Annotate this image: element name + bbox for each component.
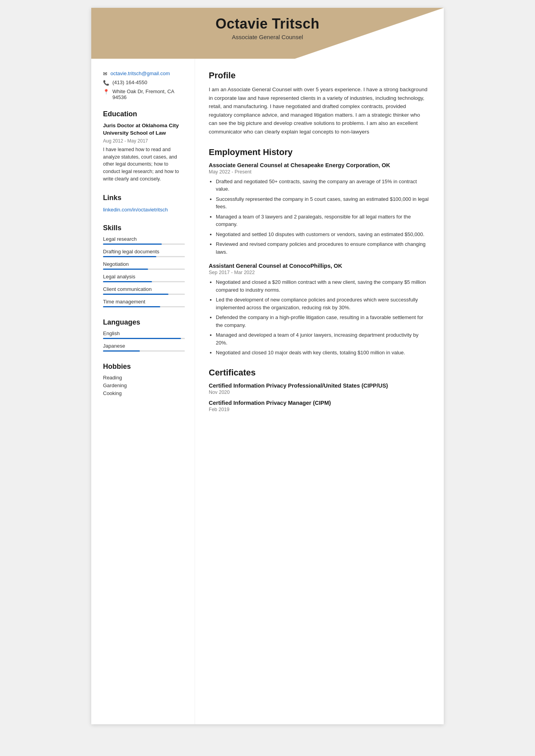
skill-bar-fill	[103, 306, 160, 307]
links-section: Links linkedin.com/in/octavietritsch	[103, 194, 185, 213]
skill-bar-background	[103, 294, 185, 295]
skills-section: Skills Legal research Drafting legal doc…	[103, 224, 185, 307]
location-icon: 📍	[103, 89, 109, 95]
skill-name: Negotiation	[103, 261, 185, 267]
job-date: May 2022 - Present	[209, 169, 430, 175]
certificate-title: Certified Information Privacy Manager (C…	[209, 400, 430, 406]
email-item: ✉ octavie.tritsch@gmail.com	[103, 70, 185, 77]
languages-list: English Japanese	[103, 330, 185, 352]
skills-list: Legal research Drafting legal documents …	[103, 236, 185, 307]
hobby-item: Cooking	[103, 390, 185, 396]
languages-section: Languages English Japanese	[103, 318, 185, 352]
hobby-item: Gardening	[103, 383, 185, 388]
email-link[interactable]: octavie.tritsch@gmail.com	[110, 70, 170, 76]
job-bullet: Drafted and negotiated 50+ contracts, sa…	[216, 178, 430, 193]
language-name: English	[103, 330, 185, 336]
skill-item: Legal analysis	[103, 274, 185, 282]
skills-title: Skills	[103, 224, 185, 232]
skill-bar-background	[103, 256, 185, 257]
languages-title: Languages	[103, 318, 185, 327]
education-section: Education Juris Doctor at Oklahoma City …	[103, 110, 185, 183]
address-text: White Oak Dr, Fremont, CA 94536	[112, 88, 185, 100]
job-item: Associate General Counsel at Chesapeake …	[209, 162, 430, 256]
skill-item: Negotiation	[103, 261, 185, 270]
job-bullets-list: Negotiated and closed a $20 million cont…	[209, 278, 430, 357]
certificate-title: Certified Information Privacy Profession…	[209, 383, 430, 389]
language-item: English	[103, 330, 185, 339]
certificate-item: Certified Information Privacy Profession…	[209, 383, 430, 395]
main-content: Profile I am an Associate General Counse…	[195, 59, 444, 724]
skill-name: Client communication	[103, 286, 185, 292]
skill-bar-fill	[103, 281, 152, 282]
skill-name: Legal research	[103, 236, 185, 242]
skill-bar-fill	[103, 269, 148, 270]
employment-title: Employment History	[209, 147, 430, 157]
skill-name: Legal analysis	[103, 274, 185, 280]
job-bullet: Defended the company in a high-profile l…	[216, 314, 430, 329]
skill-bar-fill	[103, 244, 162, 245]
certificate-date: Feb 2019	[209, 407, 430, 412]
skill-bar-background	[103, 269, 185, 270]
candidate-name: Octavie Tritsch	[99, 16, 436, 32]
hobbies-list: ReadingGardeningCooking	[103, 375, 185, 396]
resume-container: Octavie Tritsch Associate General Counse…	[91, 8, 444, 724]
employment-section: Employment History Associate General Cou…	[209, 147, 430, 357]
language-bar-background	[103, 350, 185, 352]
phone-icon: 📞	[103, 80, 109, 86]
skill-item: Client communication	[103, 286, 185, 295]
employment-list: Associate General Counsel at Chesapeake …	[209, 162, 430, 357]
phone-number: (413) 164-4550	[112, 79, 147, 85]
job-title: Associate General Counsel at Chesapeake …	[209, 162, 430, 168]
job-bullet: Negotiated and closed a $20 million cont…	[216, 278, 430, 294]
hobbies-section: Hobbies ReadingGardeningCooking	[103, 363, 185, 396]
header-background: Octavie Tritsch Associate General Counse…	[91, 8, 444, 59]
contact-section: ✉ octavie.tritsch@gmail.com 📞 (413) 164-…	[103, 70, 185, 100]
edu-date: Aug 2012 - May 2017	[103, 138, 185, 144]
sidebar: ✉ octavie.tritsch@gmail.com 📞 (413) 164-…	[91, 59, 195, 724]
job-date: Sep 2017 - Mar 2022	[209, 270, 430, 275]
header-content: Octavie Tritsch Associate General Counse…	[91, 8, 444, 46]
skill-item: Drafting legal documents	[103, 249, 185, 257]
profile-title: Profile	[209, 70, 430, 81]
job-item: Assistant General Counsel at ConocoPhill…	[209, 263, 430, 357]
email-icon: ✉	[103, 71, 107, 77]
phone-item: 📞 (413) 164-4550	[103, 79, 185, 86]
language-bar-fill	[103, 350, 140, 352]
address-item: 📍 White Oak Dr, Fremont, CA 94536	[103, 88, 185, 100]
profile-text: I am an Associate General Counsel with o…	[209, 85, 430, 136]
edu-degree: Juris Doctor at Oklahoma City University…	[103, 122, 185, 137]
skill-bar-background	[103, 281, 185, 282]
linkedin-link[interactable]: linkedin.com/in/octavietritsch	[103, 207, 168, 213]
certificate-item: Certified Information Privacy Manager (C…	[209, 400, 430, 412]
job-title: Assistant General Counsel at ConocoPhill…	[209, 263, 430, 269]
job-bullet: Negotiated and closed 10 major deals wit…	[216, 349, 430, 357]
hobby-item: Reading	[103, 375, 185, 381]
skill-bar-fill	[103, 256, 156, 257]
certificates-title: Certificates	[209, 368, 430, 378]
main-layout: ✉ octavie.tritsch@gmail.com 📞 (413) 164-…	[91, 59, 444, 724]
skill-bar-background	[103, 306, 185, 307]
certificates-section: Certificates Certified Information Priva…	[209, 368, 430, 412]
skill-item: Legal research	[103, 236, 185, 245]
skill-item: Time management	[103, 299, 185, 307]
edu-description: I have learned how to read and analyze s…	[103, 146, 185, 183]
job-bullet: Successfully represented the company in …	[216, 195, 430, 211]
job-bullet: Negotiated and settled 10 disputes with …	[216, 231, 430, 238]
job-bullet: Led the development of new compliance po…	[216, 296, 430, 311]
language-bar-background	[103, 338, 185, 339]
certificates-list: Certified Information Privacy Profession…	[209, 383, 430, 412]
hobbies-title: Hobbies	[103, 363, 185, 371]
certificate-date: Nov 2020	[209, 390, 430, 395]
profile-section: Profile I am an Associate General Counse…	[209, 70, 430, 136]
skill-bar-background	[103, 244, 185, 245]
language-bar-fill	[103, 338, 181, 339]
skill-name: Time management	[103, 299, 185, 305]
skill-bar-fill	[103, 294, 168, 295]
education-title: Education	[103, 110, 185, 118]
job-bullet: Managed a team of 3 lawyers and 2 parale…	[216, 213, 430, 228]
skill-name: Drafting legal documents	[103, 249, 185, 254]
job-bullet: Reviewed and revised company policies an…	[216, 240, 430, 256]
job-bullets-list: Drafted and negotiated 50+ contracts, sa…	[209, 178, 430, 256]
candidate-title: Associate General Counsel	[99, 34, 436, 40]
language-name: Japanese	[103, 343, 185, 349]
